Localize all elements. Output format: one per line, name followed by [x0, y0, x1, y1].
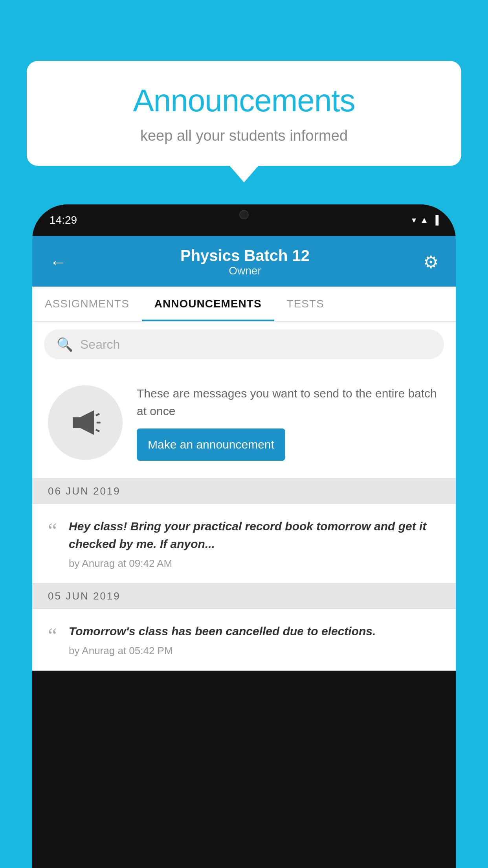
status-bar: 14:29 ▾ ▲ ▐	[32, 204, 456, 236]
quote-icon-2: “	[48, 625, 57, 646]
header-subtitle: Owner	[180, 265, 310, 277]
announcement-text-block-2: Tomorrow's class has been cancelled due …	[69, 622, 440, 657]
announcement-meta-2: by Anurag at 05:42 PM	[69, 645, 440, 657]
back-button[interactable]: ←	[50, 252, 67, 272]
promo-icon-circle	[48, 385, 123, 460]
speech-bubble: Announcements keep all your students inf…	[27, 61, 461, 166]
speech-bubble-container: Announcements keep all your students inf…	[27, 61, 461, 166]
status-time: 14:29	[50, 214, 77, 226]
speech-bubble-title: Announcements	[50, 83, 438, 119]
notch	[216, 204, 272, 225]
search-placeholder: Search	[80, 337, 120, 352]
date-separator-1: 06 JUN 2019	[32, 478, 456, 504]
make-announcement-button[interactable]: Make an announcement	[137, 428, 285, 461]
battery-icon: ▐	[432, 215, 438, 225]
announcement-meta-1: by Anurag at 09:42 AM	[69, 557, 440, 570]
signal-icon: ▲	[420, 215, 429, 225]
app-header: ← Physics Batch 12 Owner ⚙	[32, 236, 456, 287]
date-separator-2: 05 JUN 2019	[32, 583, 456, 609]
search-bar[interactable]: 🔍 Search	[44, 329, 444, 359]
tab-announcements[interactable]: ANNOUNCEMENTS	[142, 287, 274, 321]
promo-content: These are messages you want to send to t…	[137, 384, 440, 461]
quote-icon-1: “	[48, 520, 57, 541]
svg-line-2	[96, 414, 99, 416]
tab-assignments[interactable]: ASSIGNMENTS	[32, 287, 142, 321]
speech-bubble-subtitle: keep all your students informed	[50, 127, 438, 144]
header-title: Physics Batch 12	[180, 247, 310, 265]
announcement-text-block-1: Hey class! Bring your practical record b…	[69, 517, 440, 570]
announcement-message-1: Hey class! Bring your practical record b…	[69, 517, 440, 553]
promo-card: These are messages you want to send to t…	[32, 367, 456, 478]
status-icons: ▾ ▲ ▐	[412, 215, 438, 225]
header-center: Physics Batch 12 Owner	[180, 247, 310, 277]
settings-icon[interactable]: ⚙	[423, 252, 438, 272]
tabs-bar: ASSIGNMENTS ANNOUNCEMENTS TESTS	[32, 287, 456, 322]
camera	[239, 210, 249, 219]
announcement-item-2: “ Tomorrow's class has been cancelled du…	[32, 609, 456, 671]
tab-tests[interactable]: TESTS	[274, 287, 337, 321]
phone-frame: 14:29 ▾ ▲ ▐ ← Physics Batch 12 Owner ⚙ A…	[32, 204, 456, 868]
announcement-message-2: Tomorrow's class has been cancelled due …	[69, 622, 440, 640]
wifi-icon: ▾	[412, 215, 416, 225]
promo-description: These are messages you want to send to t…	[137, 384, 440, 420]
search-icon: 🔍	[57, 337, 73, 352]
app-screen: ← Physics Batch 12 Owner ⚙ ASSIGNMENTS A…	[32, 236, 456, 671]
svg-rect-1	[73, 417, 80, 428]
search-container: 🔍 Search	[32, 322, 456, 367]
announcement-item-1: “ Hey class! Bring your practical record…	[32, 504, 456, 583]
megaphone-icon	[68, 405, 103, 440]
svg-line-4	[96, 430, 99, 432]
